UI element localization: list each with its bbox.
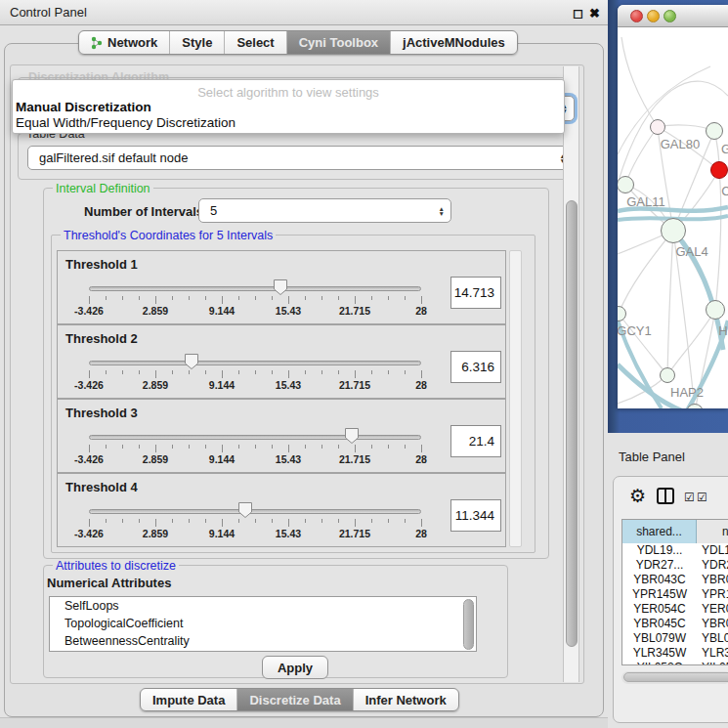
checkbox-icon[interactable]: ☑	[684, 491, 695, 504]
cell-name[interactable]: YER054C	[697, 602, 728, 617]
cell-name[interactable]: YBR043C	[697, 573, 728, 587]
zoom-traffic-light-icon[interactable]	[664, 10, 676, 22]
tab-cyni-toolbox[interactable]: Cyni Toolbox	[287, 31, 391, 54]
tick-label: 2.859	[143, 528, 168, 539]
cell-name[interactable]: YBL079W	[697, 631, 728, 646]
cell-name[interactable]: YDL19	[697, 543, 728, 558]
network-node[interactable]	[660, 367, 675, 383]
top-tab-bar: Network Style Select Cyni Toolbox jActiv…	[78, 30, 518, 55]
slider-thumb-icon[interactable]	[344, 427, 360, 445]
threshold-slider[interactable]	[89, 286, 421, 291]
tab-network[interactable]: Network	[79, 31, 170, 54]
tick-label: 15.43	[276, 453, 301, 465]
cell-name[interactable]: YPR145W	[697, 587, 728, 602]
tick-label: 28	[415, 305, 427, 317]
node-label: HAP2	[670, 385, 704, 400]
slider-thumb-icon[interactable]	[273, 278, 288, 296]
threshold-slider[interactable]	[89, 435, 421, 440]
cell-shared-name[interactable]: YER054C	[622, 602, 697, 617]
tick-label: 28	[415, 379, 427, 391]
algorithm-option-equal-width[interactable]: Equal Width/Frequency Discretization	[16, 115, 236, 130]
tick-label: -3.426	[74, 379, 104, 391]
close-traffic-light-icon[interactable]	[630, 10, 643, 22]
cell-shared-name[interactable]: YDL19...	[622, 543, 697, 558]
panel-title: Control Panel	[10, 5, 87, 20]
cell-shared-name[interactable]: YBL079W	[622, 631, 697, 646]
network-node[interactable]	[650, 119, 665, 135]
table-row[interactable]: YDL19...YDL19	[622, 543, 728, 558]
slider-thumb-icon[interactable]	[184, 353, 199, 370]
threshold-slider[interactable]	[89, 361, 421, 365]
algorithm-option-manual[interactable]: Manual Discretization	[16, 100, 151, 114]
cell-shared-name[interactable]: YDR27...	[622, 558, 697, 573]
table-hscrollbar[interactable]	[621, 671, 728, 684]
cell-shared-name[interactable]: YLR345W	[622, 646, 697, 661]
node-label: GAL4	[675, 244, 707, 259]
network-node[interactable]	[710, 161, 728, 179]
tab-jactivemnodules[interactable]: jActiveMNodules	[391, 31, 517, 54]
network-node[interactable]	[706, 122, 723, 140]
slider-thumb-icon[interactable]	[237, 501, 253, 519]
node-label: GAL80	[661, 137, 700, 151]
threshold-slider[interactable]	[89, 509, 421, 514]
tab-style[interactable]: Style	[170, 31, 225, 54]
table-row[interactable]: YBR045CYBR045C	[622, 617, 728, 631]
network-node[interactable]	[706, 300, 725, 320]
checkbox-icon[interactable]: ☑	[697, 491, 707, 504]
tick-label: 21.715	[339, 453, 370, 465]
list-scrollbar-thumb[interactable]	[463, 599, 474, 650]
tick-label: 15.43	[276, 305, 301, 317]
cell-name[interactable]: YBR045C	[697, 617, 728, 631]
cell-shared-name[interactable]: YPR145W	[622, 587, 697, 602]
pane-scrollbar-thumb[interactable]	[566, 200, 578, 647]
thresholds-scrollbar[interactable]	[509, 250, 522, 547]
attribute-list-item[interactable]: BetweennessCentrality	[50, 632, 476, 650]
cell-shared-name[interactable]: YIL052C	[622, 661, 697, 665]
split-view-icon[interactable]	[657, 488, 674, 504]
cell-name[interactable]: YIL052C	[697, 661, 728, 665]
threshold-value-field[interactable]: 11.344	[450, 499, 501, 532]
tick-label: -3.426	[74, 305, 104, 317]
tab-infer-network[interactable]: Infer Network	[354, 689, 458, 710]
cell-name[interactable]: YDR27	[697, 558, 728, 573]
threshold-value-field[interactable]: 6.316	[450, 351, 501, 383]
threshold-value-field[interactable]: 14.713	[450, 277, 501, 309]
minimize-traffic-light-icon[interactable]	[647, 10, 660, 22]
attribute-list-item[interactable]: TopologicalCoefficient	[50, 615, 476, 632]
table-hscrollbar-thumb[interactable]	[623, 672, 728, 682]
table-row[interactable]: YIL052CYIL052C	[622, 661, 728, 665]
tab-impute-data[interactable]: Impute Data	[141, 689, 237, 710]
network-node[interactable]	[661, 218, 686, 243]
cell-shared-name[interactable]: YBR045C	[622, 617, 697, 631]
node-attribute-table[interactable]: shared... name YDL19...YDL19YDR27...YDR2…	[621, 519, 728, 665]
tick-label: 9.144	[209, 305, 235, 317]
settings-gear-icon[interactable]: ⚙	[629, 485, 646, 507]
close-icon[interactable]: ✖	[589, 6, 600, 21]
cell-shared-name[interactable]: YBR043C	[622, 573, 697, 587]
threshold-value-field[interactable]: 21.4	[450, 425, 501, 457]
table-row[interactable]: YLR345WYLR345W	[622, 646, 728, 661]
tab-discretize-data[interactable]: Discretize Data	[237, 689, 353, 710]
numerical-attributes-list[interactable]: SelfLoopsTopologicalCoefficientBetweenne…	[49, 596, 477, 652]
slider-tick-labels: -3.4262.8599.14415.4321.71528	[89, 528, 421, 539]
float-window-icon[interactable]: ◻	[573, 6, 583, 21]
threshold-row: Threshold 2 -3.4262.8599.14415.4321.7152…	[57, 324, 506, 399]
table-row[interactable]: YBR043CYBR043C	[622, 573, 728, 587]
attribute-list-item[interactable]: SelfLoops	[50, 597, 476, 615]
network-canvas[interactable]: GAL80GCGAL11GAL4GCY1HHAP2	[618, 27, 728, 408]
number-of-intervals-combobox[interactable]: 5 ▲▼	[198, 198, 451, 223]
table-panel-titlebar: Table Panel	[608, 433, 728, 476]
tab-select[interactable]: Select	[225, 31, 286, 54]
cell-name[interactable]: YLR345W	[697, 646, 728, 661]
table-row[interactable]: YER054CYER054C	[622, 602, 728, 617]
table-data-combobox[interactable]: galFiltered.sif default node ▲▼	[27, 146, 573, 170]
node-label: C	[721, 184, 728, 198]
table-row[interactable]: YBL079WYBL079W	[622, 631, 728, 646]
column-header-shared-name[interactable]: shared...	[622, 520, 697, 543]
screenshot-root: Control Panel ◻ ✖ Network Style Select C…	[0, 0, 728, 728]
table-row[interactable]: YDR27...YDR27	[622, 558, 728, 573]
apply-button[interactable]: Apply	[262, 656, 328, 679]
table-row[interactable]: YPR145WYPR145W	[622, 587, 728, 602]
column-header-name[interactable]: name	[697, 520, 728, 543]
pane-scrollbar[interactable]	[563, 66, 579, 682]
